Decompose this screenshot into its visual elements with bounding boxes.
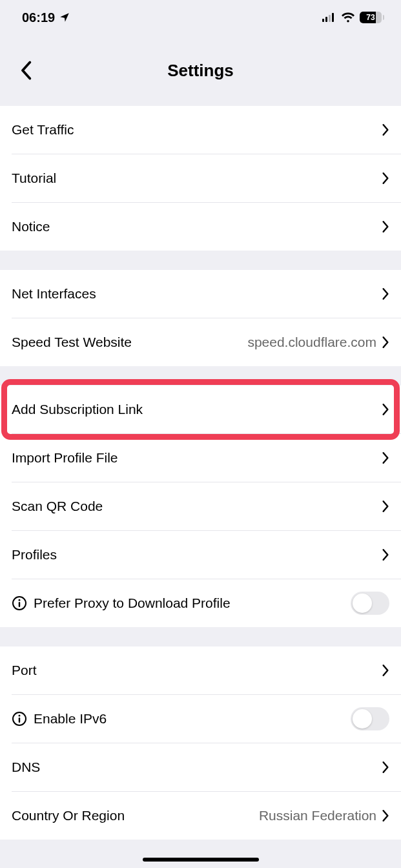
- status-right: 73: [322, 12, 384, 23]
- status-time: 06:19: [22, 10, 55, 25]
- svg-point-5: [19, 599, 21, 601]
- battery-icon: 73: [360, 12, 384, 23]
- signal-icon: [322, 13, 336, 22]
- cell-label: Notice: [12, 219, 382, 234]
- settings-group-network: Net Interfaces Speed Test Website speed.…: [0, 270, 401, 366]
- info-icon[interactable]: [12, 711, 27, 727]
- cell-label: Add Subscription Link: [12, 402, 382, 417]
- svg-rect-1: [325, 17, 327, 22]
- cell-profiles[interactable]: Profiles: [0, 531, 401, 579]
- svg-rect-3: [332, 13, 334, 22]
- cell-speed-test[interactable]: Speed Test Website speed.cloudflare.com: [0, 318, 401, 366]
- cell-detail: Russian Federation: [259, 808, 376, 823]
- cell-label: Import Profile File: [12, 450, 382, 466]
- chevron-right-icon: [382, 220, 389, 233]
- chevron-right-icon: [382, 809, 389, 822]
- cell-import-profile[interactable]: Import Profile File: [0, 434, 401, 482]
- cell-tutorial[interactable]: Tutorial: [0, 154, 401, 202]
- battery-percent: 73: [360, 12, 382, 23]
- cell-add-subscription[interactable]: Add Subscription Link: [0, 386, 401, 433]
- chevron-right-icon: [382, 403, 389, 416]
- chevron-right-icon: [382, 123, 389, 136]
- cell-enable-ipv6: Enable IPv6: [0, 695, 401, 743]
- cell-prefer-proxy: Prefer Proxy to Download Profile: [0, 579, 401, 627]
- cell-net-interfaces[interactable]: Net Interfaces: [0, 270, 401, 318]
- cell-country[interactable]: Country Or Region Russian Federation: [0, 792, 401, 840]
- cell-label: Enable IPv6: [34, 711, 351, 727]
- svg-rect-9: [19, 718, 20, 723]
- chevron-right-icon: [382, 172, 389, 185]
- cell-label: DNS: [12, 760, 382, 775]
- nav-header: Settings: [0, 35, 401, 106]
- cell-scan-qr[interactable]: Scan QR Code: [0, 482, 401, 530]
- cell-detail: speed.cloudflare.com: [247, 335, 376, 350]
- toggle-ipv6[interactable]: [351, 707, 389, 730]
- svg-rect-0: [322, 19, 324, 22]
- cell-get-traffic[interactable]: Get Traffic: [0, 106, 401, 154]
- cell-dns[interactable]: DNS: [0, 743, 401, 791]
- cell-label: Get Traffic: [12, 122, 382, 138]
- toggle-prefer-proxy[interactable]: [351, 592, 389, 615]
- chevron-left-icon: [20, 61, 32, 80]
- chevron-right-icon: [382, 500, 389, 513]
- page-title: Settings: [167, 61, 234, 81]
- status-bar: 06:19 73: [0, 0, 401, 35]
- back-button[interactable]: [13, 57, 39, 83]
- info-icon[interactable]: [12, 595, 27, 611]
- chevron-right-icon: [382, 336, 389, 349]
- cell-label: Prefer Proxy to Download Profile: [34, 595, 351, 611]
- home-indicator[interactable]: [143, 858, 259, 862]
- cell-label: Profiles: [12, 547, 382, 563]
- status-left: 06:19: [22, 10, 70, 25]
- cell-label: Port: [12, 663, 382, 678]
- cell-label: Tutorial: [12, 170, 382, 186]
- settings-group-connection: Port Enable IPv6 DNS Country Or Region R…: [0, 646, 401, 840]
- cell-label: Scan QR Code: [12, 499, 382, 514]
- chevron-right-icon: [382, 451, 389, 464]
- cell-label: Net Interfaces: [12, 286, 382, 302]
- svg-rect-2: [329, 15, 331, 22]
- cell-port[interactable]: Port: [0, 646, 401, 694]
- svg-rect-6: [19, 602, 20, 607]
- settings-group-profile: Add Subscription Link Import Profile Fil…: [0, 386, 401, 627]
- cell-label: Speed Test Website: [12, 335, 247, 350]
- location-icon: [59, 12, 70, 23]
- cell-notice[interactable]: Notice: [0, 203, 401, 251]
- svg-point-8: [19, 715, 21, 717]
- settings-group-info: Get Traffic Tutorial Notice: [0, 106, 401, 251]
- wifi-icon: [341, 12, 355, 23]
- cell-label: Country Or Region: [12, 808, 259, 823]
- chevron-right-icon: [382, 287, 389, 300]
- chevron-right-icon: [382, 761, 389, 774]
- chevron-right-icon: [382, 548, 389, 561]
- chevron-right-icon: [382, 664, 389, 677]
